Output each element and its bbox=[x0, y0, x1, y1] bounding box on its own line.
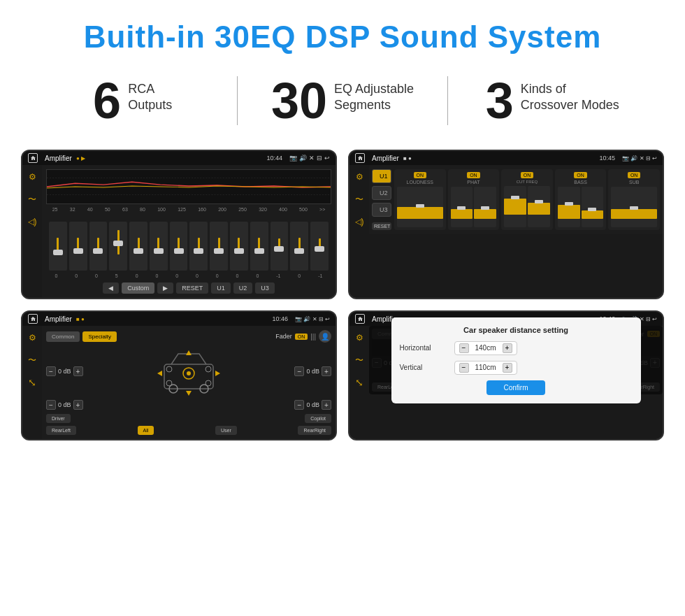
mixer-vol-icon[interactable]: ◁) bbox=[353, 215, 366, 228]
eq-sliders-container bbox=[46, 215, 331, 271]
home-icon-4[interactable] bbox=[355, 314, 365, 324]
bass-name: BASS bbox=[574, 180, 587, 185]
eq-next-btn[interactable]: ▶ bbox=[157, 282, 173, 294]
sub-on[interactable]: ON bbox=[628, 172, 641, 178]
fader-eq-icon[interactable]: ⚙ bbox=[26, 331, 38, 344]
eq-u2-btn[interactable]: U2 bbox=[233, 282, 253, 294]
vertical-row: Vertical − 110cm + bbox=[400, 361, 633, 375]
user-btn[interactable]: User bbox=[215, 426, 237, 435]
wave-icon[interactable]: 〜 bbox=[26, 193, 38, 206]
stat-label-eq: EQ AdjustableSegments bbox=[334, 76, 414, 114]
speaker-icon[interactable]: ◁) bbox=[26, 215, 38, 228]
fader-main: Common Specialty Fader ON ||| 👤 − 0 dB + bbox=[42, 326, 336, 439]
cutfreq-sliders bbox=[504, 186, 550, 227]
fader-sliders-icon: ||| bbox=[310, 333, 316, 341]
rearright-btn[interactable]: RearRight bbox=[298, 426, 331, 435]
tab-specialty[interactable]: Specialty bbox=[82, 331, 116, 342]
all-btn[interactable]: All bbox=[138, 426, 154, 435]
stat-label-rca: RCAOutputs bbox=[128, 76, 172, 114]
fader-expand-icon[interactable]: ⤡ bbox=[26, 376, 38, 389]
eq-freqs: 25 32 40 50 63 80 100 125 160 200 250 32… bbox=[46, 207, 331, 212]
vertical-plus-btn[interactable]: + bbox=[503, 363, 512, 373]
loudness-on[interactable]: ON bbox=[414, 172, 427, 178]
preset-u3-btn[interactable]: U3 bbox=[372, 203, 391, 217]
eq-reset-btn[interactable]: RESET bbox=[176, 282, 208, 294]
vol-minus-fr[interactable]: − bbox=[294, 366, 304, 376]
spk-eq-icon[interactable]: ⚙ bbox=[353, 331, 366, 344]
eq-slider-9[interactable] bbox=[210, 222, 228, 271]
phat-on[interactable]: ON bbox=[467, 172, 480, 178]
vol-plus-fl[interactable]: + bbox=[73, 366, 83, 376]
mixer-wave-icon[interactable]: 〜 bbox=[353, 193, 366, 206]
eq-slider-12[interactable] bbox=[271, 222, 289, 271]
status-icons-3: 📷 🔊 ✕ ⊟ ↩ bbox=[295, 316, 330, 322]
vol-plus-rl[interactable]: + bbox=[73, 400, 83, 410]
copilot-btn[interactable]: Copilot bbox=[305, 414, 331, 423]
eq-slider-1[interactable] bbox=[49, 222, 67, 271]
channel-sub: ON SUB bbox=[608, 169, 660, 230]
fader-person-icon: 👤 bbox=[319, 330, 331, 343]
vol-plus-rr[interactable]: + bbox=[322, 400, 331, 410]
mixer-reset-btn[interactable]: RESET bbox=[372, 222, 391, 230]
preset-u2-btn[interactable]: U2 bbox=[372, 186, 391, 200]
eq-prev-btn[interactable]: ◀ bbox=[103, 282, 119, 294]
app-name-2: Amplifier bbox=[372, 155, 399, 162]
vol-minus-fl[interactable]: − bbox=[46, 366, 56, 376]
stat-divider-1 bbox=[237, 76, 238, 125]
eq-slider-4[interactable] bbox=[109, 222, 127, 271]
eq-slider-3[interactable] bbox=[89, 222, 108, 271]
vol-val-fl: 0 dB bbox=[58, 368, 71, 375]
eq-slider-13[interactable] bbox=[290, 222, 308, 271]
stat-rca: 6 RCAOutputs bbox=[42, 76, 223, 126]
home-icon-2[interactable] bbox=[355, 153, 365, 163]
eq-slider-5[interactable] bbox=[129, 222, 147, 271]
cutfreq-name: CUT FREQ bbox=[517, 180, 538, 184]
rearleft-btn[interactable]: RearLeft bbox=[46, 426, 76, 435]
status-icons-2: 📷 🔊 ✕ ⊟ ↩ bbox=[622, 155, 657, 162]
eq-icon[interactable]: ⚙ bbox=[26, 171, 38, 183]
eq-slider-11[interactable] bbox=[250, 222, 268, 271]
eq-slider-10[interactable] bbox=[230, 222, 248, 271]
eq-u3-btn[interactable]: U3 bbox=[255, 282, 275, 294]
home-icon[interactable] bbox=[28, 153, 38, 163]
svg-marker-14 bbox=[186, 391, 192, 396]
spk-wave-icon[interactable]: 〜 bbox=[353, 354, 366, 366]
vol-plus-fr[interactable]: + bbox=[322, 366, 331, 376]
eq-slider-8[interactable] bbox=[189, 222, 208, 271]
eq-slider-14[interactable] bbox=[310, 222, 329, 271]
home-icon-3[interactable] bbox=[28, 314, 38, 324]
eq-u1-btn[interactable]: U1 bbox=[211, 282, 231, 294]
driver-btn[interactable]: Driver bbox=[46, 414, 71, 423]
vol-minus-rr[interactable]: − bbox=[294, 400, 304, 410]
dialog-title: Car speaker distance setting bbox=[400, 326, 633, 334]
svg-point-11 bbox=[166, 380, 172, 386]
bass-on[interactable]: ON bbox=[574, 172, 587, 178]
eq-slider-2[interactable] bbox=[69, 222, 87, 271]
eq-buttons: ◀ Custom ▶ RESET U1 U2 U3 bbox=[46, 282, 331, 294]
vertical-minus-btn[interactable]: − bbox=[459, 363, 469, 373]
horizontal-minus-btn[interactable]: − bbox=[459, 343, 469, 353]
fader-screen-inner: ⚙ 〜 ⤡ Common Specialty Fader ON ||| 👤 − bbox=[22, 326, 336, 439]
phat-name: PHAT bbox=[467, 180, 480, 185]
mixer-eq-icon[interactable]: ⚙ bbox=[353, 171, 366, 183]
fader-on-badge[interactable]: ON bbox=[295, 334, 308, 340]
page-title: Buith-in 30EQ DSP Sound System bbox=[0, 0, 685, 69]
cutfreq-on[interactable]: ON bbox=[521, 172, 534, 178]
channel-phat: ON PHAT bbox=[448, 169, 500, 230]
vertical-input: − 110cm + bbox=[454, 361, 517, 375]
fader-wave-icon[interactable]: 〜 bbox=[26, 354, 38, 366]
eq-slider-6[interactable] bbox=[150, 222, 168, 271]
preset-u1-btn[interactable]: U1 bbox=[372, 169, 391, 183]
confirm-button[interactable]: Confirm bbox=[486, 380, 545, 395]
spk-expand-icon[interactable]: ⤡ bbox=[353, 376, 366, 389]
vol-ctrl-fr: − 0 dB + bbox=[294, 366, 331, 376]
eq-custom-btn[interactable]: Custom bbox=[122, 282, 154, 294]
eq-slider-7[interactable] bbox=[170, 222, 188, 271]
spk-main: Common Specialty Fader ON − 0 dB + bbox=[369, 326, 663, 394]
horizontal-plus-btn[interactable]: + bbox=[503, 343, 512, 353]
tab-common[interactable]: Common bbox=[46, 331, 80, 342]
screens-grid: Amplifier ● ▶ 10:44 📷🔊✕⊟↩ ⚙ 〜 ◁) bbox=[0, 143, 685, 461]
vol-row-2: − 0 dB + − 0 dB + bbox=[46, 400, 331, 410]
svg-marker-16 bbox=[215, 371, 220, 376]
vol-minus-rl[interactable]: − bbox=[46, 400, 56, 410]
